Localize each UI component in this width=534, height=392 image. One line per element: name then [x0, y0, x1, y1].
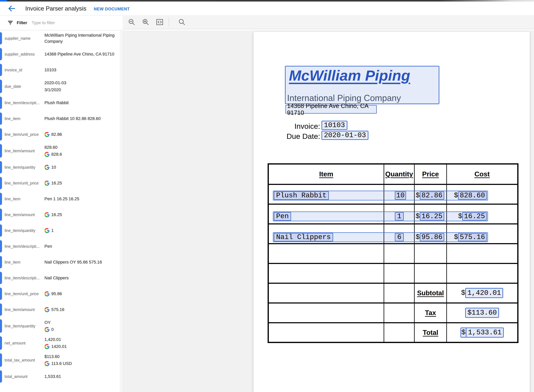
field-label: total_tax_amount — [5, 358, 43, 363]
field-value: Pen 1 16.25 16.25 — [44, 195, 123, 202]
google-g-icon — [44, 165, 49, 170]
field-row-net-amount[interactable]: net_amount1,420.011420.01 — [0, 335, 123, 352]
field-accent-bar — [0, 240, 2, 252]
google-g-icon — [44, 307, 49, 312]
field-accent-bar — [0, 80, 2, 93]
field-row-unit-price[interactable]: line_item/unit_price82.86 — [0, 126, 123, 142]
currency-sign: $ — [454, 233, 458, 241]
google-g-icon — [44, 361, 49, 366]
tax-label: Tax — [415, 309, 446, 317]
field-row-amount[interactable]: line_item/amount575.16 — [0, 302, 123, 317]
field-value: 575.16 — [44, 306, 123, 313]
sidebar-scrollbar-track[interactable] — [120, 30, 122, 392]
back-arrow-icon[interactable] — [7, 4, 16, 13]
field-value: OY0 — [44, 319, 123, 333]
field-label: line_item/descripti... — [5, 275, 43, 280]
invoice-table: Item Quantity Price Cost Subtotal $1,420… — [268, 163, 519, 343]
field-value: 10103 — [44, 66, 123, 74]
field-label: due_date — [5, 84, 43, 89]
field-row-line-item-description[interactable]: line_item/descripti...Pen — [0, 238, 123, 254]
invoice-page: McWilliam Piping International Piping Co… — [253, 32, 530, 392]
item-description-highlight[interactable]: Pen — [274, 212, 291, 221]
field-row-supplier-name[interactable]: supplier_nameMcWilliam Piping Internatio… — [0, 30, 123, 46]
field-row-amount[interactable]: line_item/amount828.60828.6 — [0, 142, 123, 159]
col-header-quantity: Quantity — [384, 170, 414, 178]
field-row-line-item-description[interactable]: line_item/descripti...Plush Rabbit — [0, 95, 123, 111]
field-label: total_amount — [5, 374, 43, 379]
quantity-highlight[interactable]: 1 — [395, 212, 404, 220]
supplier-address-highlight[interactable]: 14368 Pipeline Ave Chino, CA 91710 — [286, 105, 377, 114]
item-description-highlight[interactable]: Plush Rabbit — [274, 191, 329, 200]
field-label: line_item/descripti... — [5, 244, 43, 249]
field-accent-bar — [0, 336, 2, 350]
field-row-line-item[interactable]: line_itemNail Clippers OY 95.86 575.16 — [0, 254, 123, 270]
new-document-button[interactable]: NEW DOCUMENT — [94, 7, 130, 11]
field-row-unit-price[interactable]: line_item/unit_price16.25 — [0, 175, 123, 191]
due-date-highlight[interactable]: 2020-01-03 — [321, 131, 368, 140]
toolbar-divider — [169, 18, 169, 27]
google-g-icon — [44, 344, 49, 349]
amount-highlight[interactable]: 16.25 — [462, 212, 487, 220]
currency-sign-highlight[interactable]: $ — [460, 327, 467, 338]
filter-input[interactable] — [31, 20, 96, 25]
field-row-quantity[interactable]: line_item/quantity1 — [0, 223, 123, 238]
total-highlight[interactable]: 1,533.61 — [466, 327, 504, 338]
currency-sign: $ — [454, 191, 458, 200]
field-row-total-amount[interactable]: total_amount1,533.61 — [0, 369, 123, 384]
col-header-price: Price — [415, 170, 446, 178]
field-row-amount[interactable]: line_item/amount16.25 — [0, 207, 123, 223]
field-value: Plush Rabbit — [44, 99, 123, 106]
field-row-line-item[interactable]: line_itemPlush Rabbit 10 82.86 828.60 — [0, 111, 123, 126]
amount-highlight[interactable]: 575.16 — [458, 233, 487, 241]
field-accent-bar — [0, 112, 2, 125]
zoom-in-button[interactable] — [141, 17, 151, 27]
field-accent-bar — [0, 209, 2, 221]
supplier-address-text: 14368 Pipeline Ave Chino, CA 91710 — [287, 103, 376, 116]
field-value: 16.25 — [44, 211, 123, 218]
field-row-line-item[interactable]: line_itemPen 1 16.25 16.25 — [0, 191, 123, 207]
field-accent-bar — [0, 224, 2, 237]
unit-price-highlight[interactable]: 95.86 — [420, 233, 444, 241]
line-item-highlight-band[interactable]: Pen 1 $16.25 $16.25 — [273, 211, 488, 221]
field-value: McWilliam Piping International Piping Co… — [44, 32, 123, 44]
unit-price-highlight[interactable]: 82.86 — [420, 191, 444, 200]
field-label: line_item/unit_price — [5, 181, 43, 186]
google-g-icon — [44, 132, 49, 137]
unit-price-highlight[interactable]: 16.25 — [420, 212, 444, 220]
field-value: 14368 Pipeline Ave Chino, CA 91710 — [44, 51, 123, 58]
invoice-id-highlight[interactable]: 10103 — [321, 121, 347, 130]
field-row-invoice-id[interactable]: invoice_id10103 — [0, 62, 123, 78]
line-item-highlight-band[interactable]: Plush Rabbit 10 $82.86 $828.60 — [273, 191, 488, 201]
field-label: line_item/quantity — [5, 323, 43, 329]
field-row-due-date[interactable]: due_date2020-01-033/1/2020 — [0, 78, 123, 95]
amount-highlight[interactable]: 828.60 — [458, 191, 487, 200]
field-row-quantity[interactable]: line_item/quantityOY0 — [0, 317, 123, 335]
tax-highlight[interactable]: $113.60 — [465, 308, 499, 318]
currency-sign: $ — [415, 233, 420, 241]
field-row-line-item-description[interactable]: line_item/descripti...Nail Clippers — [0, 270, 123, 286]
field-label: net_amount — [5, 341, 43, 346]
item-description-highlight[interactable]: Nail Clippers — [274, 233, 333, 242]
line-item-highlight-band[interactable]: Nail Clippers 6 $95.86 $575.16 — [273, 232, 488, 242]
col-header-cost: Cost — [447, 170, 517, 178]
filter-label: Filter — [17, 20, 27, 25]
supplier-name-highlight[interactable]: McWilliam Piping International Piping Co… — [285, 66, 439, 104]
field-row-quantity[interactable]: line_item/quantity10 — [0, 159, 123, 175]
zoom-out-button[interactable] — [127, 17, 137, 27]
table-header-row: Item Quantity Price Cost — [268, 164, 518, 184]
search-button[interactable] — [177, 17, 187, 27]
supplier-subtitle-text: International Piping Company — [287, 93, 401, 103]
field-accent-bar — [0, 256, 2, 268]
page-title: Invoice Parser analysis — [25, 5, 86, 12]
field-row-unit-price[interactable]: line_item/unit_price95.86 — [0, 286, 123, 302]
field-row-supplier-address[interactable]: supplier_address14368 Pipeline Ave Chino… — [0, 46, 123, 62]
field-row-total-tax-amount[interactable]: total_tax_amount$113.60113.6 USD — [0, 352, 123, 369]
total-label: Total — [415, 329, 446, 336]
subtotal-highlight[interactable]: 1,420.01 — [465, 288, 503, 298]
quantity-highlight[interactable]: 10 — [395, 191, 406, 200]
document-viewer: McWilliam Piping International Piping Co… — [123, 30, 534, 392]
table-row-total: Total $1,533.61 — [268, 323, 518, 342]
code-view-button[interactable] — [155, 17, 165, 27]
field-accent-bar — [0, 97, 2, 109]
quantity-highlight[interactable]: 6 — [395, 233, 404, 241]
